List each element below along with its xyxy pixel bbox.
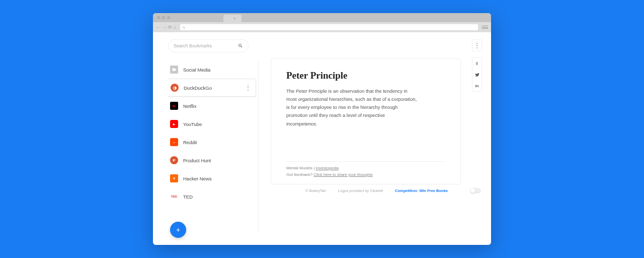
search-placeholder: Search Bookmarks <box>174 43 212 48</box>
promo-link[interactable]: Competition: Win Free Books <box>395 188 448 193</box>
options-button[interactable]: ⋮ <box>472 39 482 51</box>
search-input[interactable]: Search Bookmarks <box>168 39 249 52</box>
bookmark-list: Social Media ◑ DuckDuckGo ⋮ N Netflix ▸ … <box>168 60 259 232</box>
menu-icon[interactable] <box>482 24 488 30</box>
site-icon: P <box>170 156 178 164</box>
bookmark-label: YouTube <box>183 121 202 127</box>
bookmark-folder[interactable]: Social Media <box>168 60 258 79</box>
app-footer: © BrainyTab Logos provided by Clearbit C… <box>259 184 491 197</box>
feedback-link[interactable]: Click here to share your thoughts <box>313 172 372 177</box>
address-bar[interactable] <box>180 24 478 30</box>
reload-icon[interactable]: ⟳ <box>168 25 172 30</box>
search-icon <box>238 43 243 48</box>
card-body: The Peter Principle is an observation th… <box>286 87 417 128</box>
source-category: Mental Models <box>286 166 312 170</box>
bookmark-item[interactable]: ▸ YouTube <box>168 115 258 133</box>
more-vertical-icon: ⋮ <box>474 42 480 49</box>
site-icon: ▸ <box>170 120 178 128</box>
home-icon[interactable]: ⌂ <box>174 25 176 30</box>
back-icon[interactable]: ← <box>156 25 160 30</box>
linkedin-icon[interactable]: in <box>472 80 481 91</box>
plus-icon: + <box>176 226 180 234</box>
site-icon: TED <box>170 192 178 201</box>
svg-point-0 <box>173 142 174 143</box>
window-titlebar: × <box>153 13 491 22</box>
feedback-label: Got feedback? <box>286 172 313 177</box>
bookmark-item[interactable]: Reddit <box>168 133 258 151</box>
credits: Logos provided by Clearbit <box>338 188 383 193</box>
bookmark-label: TED <box>183 194 193 200</box>
browser-window: × ← → ⟳ ⌂ Search Bookmarks Soci <box>153 13 491 245</box>
forward-icon[interactable]: → <box>162 25 167 30</box>
twitter-icon[interactable] <box>472 69 481 80</box>
site-icon <box>170 138 178 146</box>
bookmark-label: Reddit <box>183 140 197 145</box>
source-link[interactable]: Investopedia <box>316 166 339 170</box>
bookmark-item[interactable]: N Netflix <box>168 97 258 115</box>
content-card: Peter Principle The Peter Principle is a… <box>271 58 461 184</box>
bookmark-label: DuckDuckGo <box>184 85 212 91</box>
bookmark-label: Product Hunt <box>183 158 211 163</box>
svg-point-2 <box>172 140 176 144</box>
more-icon[interactable]: ⋮ <box>245 84 251 91</box>
app-content: Search Bookmarks Social Media ◑ DuckDuck… <box>153 32 491 245</box>
theme-toggle[interactable] <box>470 188 481 194</box>
share-panel: f in <box>472 57 482 92</box>
svg-point-1 <box>175 142 175 143</box>
bookmark-item[interactable]: P Product Hunt <box>168 151 258 169</box>
search-icon <box>182 26 186 29</box>
card-title: Peter Principle <box>286 70 445 81</box>
sidebar: Search Bookmarks Social Media ◑ DuckDuck… <box>153 32 259 245</box>
bookmark-label: Netflix <box>183 103 196 109</box>
folder-icon <box>170 66 178 74</box>
facebook-icon[interactable]: f <box>472 58 481 69</box>
close-icon[interactable]: × <box>233 16 236 21</box>
site-icon: ◑ <box>171 84 179 92</box>
browser-tab[interactable] <box>223 15 242 23</box>
site-icon: N <box>170 102 178 110</box>
add-button[interactable]: + <box>170 222 186 238</box>
window-controls[interactable] <box>153 16 170 19</box>
bookmark-item[interactable]: Y Hacker News <box>168 169 258 187</box>
main-panel: ⋮ f in Peter Principle The Peter Princip… <box>259 32 491 245</box>
site-icon: Y <box>170 174 178 182</box>
bookmark-item[interactable]: ◑ DuckDuckGo ⋮ <box>168 79 256 97</box>
bookmark-item[interactable]: TED TED <box>168 187 258 206</box>
copyright: © BrainyTab <box>305 188 326 193</box>
bookmark-label: Social Media <box>183 67 210 73</box>
card-footer: Mental Models | Investopedia Got feedbac… <box>286 161 445 177</box>
bookmark-label: Hacker News <box>183 176 212 181</box>
browser-toolbar: ← → ⟳ ⌂ <box>153 22 491 32</box>
